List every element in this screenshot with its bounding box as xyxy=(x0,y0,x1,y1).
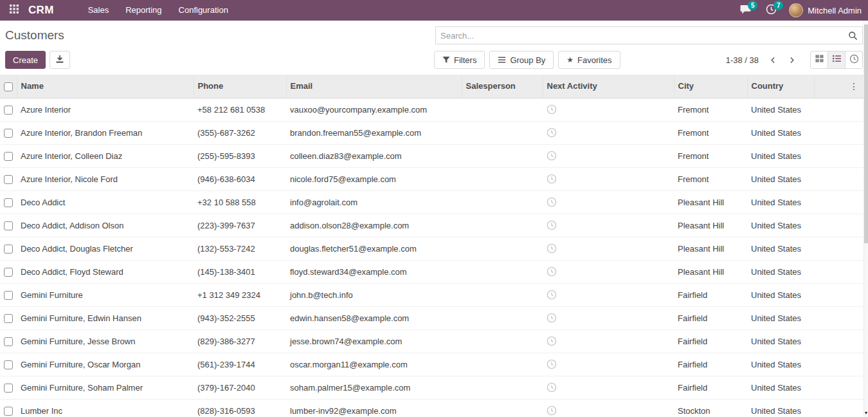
pager-previous-icon[interactable] xyxy=(769,56,777,64)
activity-clock-icon[interactable] xyxy=(547,266,557,277)
cell-country: United States xyxy=(747,399,814,417)
app-brand[interactable]: CRM xyxy=(28,4,54,17)
row-checkbox[interactable] xyxy=(4,106,13,115)
row-checkbox[interactable] xyxy=(4,360,13,369)
cell-city: Fairfield xyxy=(674,283,747,306)
view-switch-activity[interactable] xyxy=(845,51,863,69)
table-row[interactable]: Deco Addict, Addison Olson (223)-399-763… xyxy=(0,214,863,237)
row-checkbox[interactable] xyxy=(4,198,13,207)
activity-clock-icon[interactable] xyxy=(547,313,557,323)
scrollbar-down-arrow[interactable]: ▾ xyxy=(864,409,868,417)
table-row[interactable]: Deco Addict +32 10 588 558 info@agrolait… xyxy=(0,190,863,214)
cell-city: Fairfield xyxy=(674,353,747,376)
view-switch-list[interactable] xyxy=(827,51,845,69)
export-button[interactable] xyxy=(50,51,70,69)
nav-menu-sales[interactable]: Sales xyxy=(80,0,118,21)
cell-salesperson xyxy=(462,306,543,329)
cell-city: Pleasant Hill xyxy=(674,190,747,214)
row-checkbox[interactable] xyxy=(4,268,13,277)
scrollbar[interactable]: ▾ xyxy=(863,21,868,417)
cell-country: United States xyxy=(747,214,814,237)
favorites-button[interactable]: ★ Favorites xyxy=(558,51,620,69)
row-checkbox[interactable] xyxy=(4,291,13,300)
row-checkbox[interactable] xyxy=(4,337,13,346)
row-checkbox[interactable] xyxy=(4,314,13,323)
activity-clock-icon[interactable] xyxy=(547,220,557,230)
column-header-email[interactable]: Email xyxy=(286,75,462,98)
top-navbar: CRM Sales Reporting Configuration 5 7 Mi… xyxy=(0,0,868,21)
optional-columns-icon[interactable]: ⋮ xyxy=(849,81,858,91)
activity-clock-icon[interactable] xyxy=(547,290,557,300)
row-checkbox[interactable] xyxy=(4,245,13,254)
apps-menu-button[interactable] xyxy=(5,0,23,21)
select-all-checkbox[interactable] xyxy=(4,82,13,91)
row-checkbox[interactable] xyxy=(4,384,13,393)
table-row[interactable]: Deco Addict, Floyd Steward (145)-138-340… xyxy=(0,260,863,283)
star-icon: ★ xyxy=(566,56,574,64)
cell-name: Azure Interior xyxy=(17,98,194,121)
row-checkbox[interactable] xyxy=(4,407,13,416)
filters-button[interactable]: Filters xyxy=(434,51,485,69)
table-row[interactable]: Gemini Furniture, Edwin Hansen (943)-352… xyxy=(0,306,863,329)
create-button[interactable]: Create xyxy=(5,51,46,69)
cell-phone: (829)-386-3277 xyxy=(194,329,286,353)
search-box xyxy=(435,26,863,44)
activity-clock-icon[interactable] xyxy=(547,174,557,184)
table-row[interactable]: Azure Interior, Brandon Freeman (355)-68… xyxy=(0,121,863,144)
activity-clock-icon[interactable] xyxy=(547,336,557,346)
activity-clock-icon[interactable] xyxy=(547,405,557,416)
nav-menu-reporting[interactable]: Reporting xyxy=(117,0,170,21)
table-row[interactable]: Gemini Furniture, Soham Palmer (379)-167… xyxy=(0,376,863,399)
activity-clock-icon[interactable] xyxy=(547,104,557,115)
row-checkbox[interactable] xyxy=(4,175,13,184)
column-header-country[interactable]: Country xyxy=(747,75,814,98)
column-header-next-activity[interactable]: Next Activity xyxy=(543,75,674,98)
column-header-name[interactable]: Name xyxy=(17,75,194,98)
cell-email: soham.palmer15@example.com xyxy=(286,376,462,399)
table-row[interactable]: Deco Addict, Douglas Fletcher (132)-553-… xyxy=(0,237,863,260)
row-checkbox[interactable] xyxy=(4,152,13,161)
cell-city: Stockton xyxy=(674,399,747,417)
table-row[interactable]: Azure Interior, Nicole Ford (946)-638-60… xyxy=(0,167,863,190)
column-header-city[interactable]: City xyxy=(674,75,747,98)
table-row[interactable]: Gemini Furniture, Oscar Morgan (561)-239… xyxy=(0,353,863,376)
activity-clock-icon[interactable] xyxy=(547,382,557,393)
activity-clock-icon[interactable] xyxy=(547,127,557,138)
column-header-phone[interactable]: Phone xyxy=(194,75,286,98)
activity-clock-icon[interactable] xyxy=(547,359,557,369)
activities-menu-button[interactable]: 7 xyxy=(763,0,779,21)
cell-city: Pleasant Hill xyxy=(674,260,747,283)
activity-clock-icon[interactable] xyxy=(547,243,557,254)
table-row[interactable]: Gemini Furniture, Jesse Brown (829)-386-… xyxy=(0,329,863,353)
column-header-salesperson[interactable]: Salesperson xyxy=(462,75,543,98)
cell-name: Gemini Furniture, Soham Palmer xyxy=(17,376,194,399)
cell-email: floyd.steward34@example.com xyxy=(286,260,462,283)
cell-salesperson xyxy=(462,98,543,121)
search-icon[interactable] xyxy=(848,31,858,41)
table-row[interactable]: Azure Interior +58 212 681 0538 vauxoo@y… xyxy=(0,98,863,121)
table-row[interactable]: Azure Interior, Colleen Diaz (255)-595-8… xyxy=(0,144,863,167)
cell-city: Fremont xyxy=(674,167,747,190)
messages-menu-button[interactable]: 5 xyxy=(737,0,753,21)
activity-clock-icon[interactable] xyxy=(547,151,557,161)
user-menu[interactable]: Mitchell Admin xyxy=(789,3,862,17)
view-switch-kanban[interactable] xyxy=(810,51,828,69)
group-by-button[interactable]: Group By xyxy=(489,51,554,69)
row-checkbox[interactable] xyxy=(4,221,13,230)
cell-salesperson xyxy=(462,190,543,214)
pager-next-icon[interactable] xyxy=(788,56,796,64)
cell-next-activity xyxy=(543,190,674,214)
table-row[interactable]: Gemini Furniture +1 312 349 2324 john.b@… xyxy=(0,283,863,306)
cell-country: United States xyxy=(747,329,814,353)
table-row[interactable]: Lumber Inc (828)-316-0593 lumber-inv92@e… xyxy=(0,399,863,417)
activity-clock-icon[interactable] xyxy=(547,197,557,207)
cell-name: Azure Interior, Colleen Diaz xyxy=(17,144,194,167)
cell-country: United States xyxy=(747,167,814,190)
pager-range[interactable]: 1-38 / 38 xyxy=(726,55,759,65)
search-input[interactable] xyxy=(440,31,848,41)
nav-menu-configuration[interactable]: Configuration xyxy=(170,0,237,21)
row-checkbox[interactable] xyxy=(4,129,13,138)
cell-salesperson xyxy=(462,144,543,167)
view-switcher xyxy=(810,51,863,69)
scrollbar-thumb[interactable] xyxy=(864,24,868,243)
